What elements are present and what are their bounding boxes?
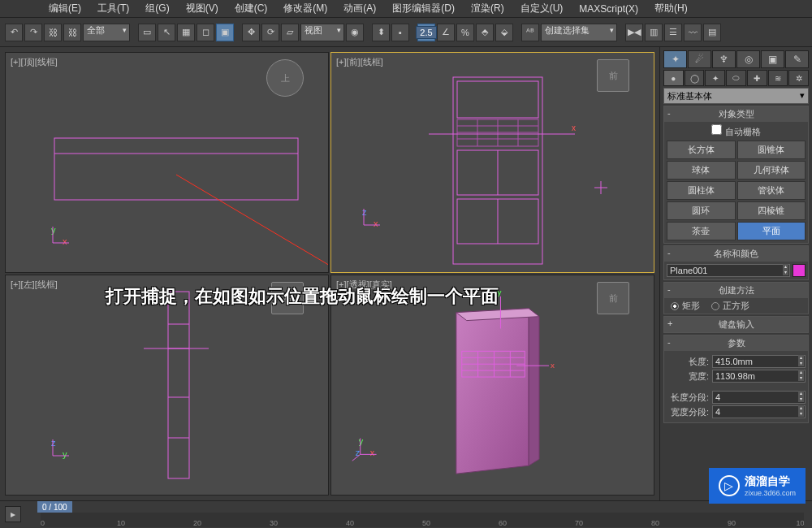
createmethod-header[interactable]: 创建方法 [719, 285, 754, 295]
move-icon[interactable]: ✥ [242, 24, 260, 41]
namecolor-header[interactable]: 名称和颜色 [714, 249, 758, 258]
modify-tab-icon[interactable]: ☄ [688, 50, 711, 68]
spinner-snap-icon[interactable]: ⬘ [476, 24, 494, 41]
pivot-icon[interactable]: ◉ [346, 24, 364, 41]
menu-anim[interactable]: 动画(A) [335, 2, 384, 15]
link-icon[interactable]: ⛓ [44, 24, 62, 41]
angle-snap-icon[interactable]: ∠ [437, 24, 455, 41]
menu-tools[interactable]: 工具(T) [89, 2, 137, 15]
cone-button[interactable]: 圆锥体 [737, 141, 806, 159]
keyboardinput-header[interactable]: 键盘输入 [719, 319, 754, 329]
systems-subtab-icon[interactable]: ✲ [788, 70, 809, 86]
cylinder-button[interactable]: 圆柱体 [667, 181, 736, 200]
motion-tab-icon[interactable]: ◎ [736, 50, 760, 68]
pyramid-button[interactable]: 四棱锥 [737, 201, 806, 220]
object-color-swatch[interactable] [793, 264, 806, 277]
torus-button[interactable]: 圆环 [667, 201, 736, 220]
object-name-field[interactable]: Plane001 [667, 264, 790, 277]
geometry-subtab-icon[interactable]: ● [663, 70, 684, 86]
objecttype-rollout: -对象类型 自动栅格 长方体 圆锥体 球体 几何球体 圆柱体 管状体 圆环 四棱… [663, 106, 809, 244]
category-dropdown[interactable]: 标准基本体 [663, 88, 809, 104]
autogrid-checkbox[interactable] [711, 124, 722, 135]
svg-text:z: z [362, 207, 367, 217]
sphere-button[interactable]: 球体 [667, 161, 736, 180]
lights-subtab-icon[interactable]: ✦ [705, 70, 725, 86]
schematic-icon[interactable]: ▤ [703, 24, 721, 41]
plane-button[interactable]: 平面 [737, 222, 806, 240]
menu-customize[interactable]: 自定义(U) [512, 2, 572, 15]
length-spinner[interactable]: 415.0mm [712, 355, 806, 368]
square-radio[interactable]: 正方形 [711, 300, 749, 312]
layers-icon[interactable]: ☰ [664, 24, 682, 41]
menu-modifiers[interactable]: 修改器(M) [275, 2, 335, 15]
cameras-subtab-icon[interactable]: ⬭ [726, 70, 746, 86]
lseg-spinner[interactable]: 4 [712, 391, 806, 404]
svg-line-2 [176, 175, 328, 272]
selection-filter-dropdown[interactable]: 全部 [83, 24, 130, 41]
redo-icon[interactable]: ↷ [24, 24, 42, 41]
width-spinner[interactable]: 1130.98m [712, 370, 806, 383]
scale-icon[interactable]: ▱ [281, 24, 299, 41]
window-crossing-icon[interactable]: ▣ [216, 24, 234, 41]
percent-snap-icon[interactable]: % [456, 24, 474, 41]
box-button[interactable]: 长方体 [667, 141, 736, 159]
keymode-icon[interactable]: ▪ [391, 24, 409, 41]
time-ruler[interactable]: 0 10 20 30 40 50 60 70 80 90 100 [41, 513, 804, 527]
spacewarps-subtab-icon[interactable]: ≋ [768, 70, 788, 86]
display-tab-icon[interactable]: ▣ [761, 50, 784, 68]
svg-text:z: z [51, 438, 56, 448]
viewport-front[interactable]: [+][前][线框] 前 x [330, 52, 654, 273]
viewport-perspective[interactable]: [+][透视][真实] 前 y x y x [330, 275, 654, 496]
align-icon[interactable]: ▥ [645, 24, 663, 41]
shapes-subtab-icon[interactable]: ◯ [685, 70, 705, 86]
mirror-icon[interactable]: ▶◀ [625, 24, 643, 41]
rotate-icon[interactable]: ⟳ [261, 24, 279, 41]
svg-text:y: y [359, 436, 364, 446]
viewport-container: [+][顶][线框] 上 y x [+][前][线框] 前 [0, 47, 659, 500]
unlink-icon[interactable]: ⛓ [63, 24, 81, 41]
svg-marker-39 [529, 309, 539, 466]
objecttype-header[interactable]: 对象类型 [719, 109, 754, 119]
select-region-icon[interactable]: ◻ [197, 24, 214, 41]
create-tab-icon[interactable]: ✦ [663, 50, 687, 68]
select-name-icon[interactable]: ▦ [177, 24, 195, 41]
parameters-rollout: -参数 长度:415.0mm 宽度:1130.98m 长度分段:4 宽度分段:4 [663, 335, 809, 423]
menu-group[interactable]: 组(G) [137, 2, 177, 15]
svg-text:x: x [374, 219, 378, 228]
hierarchy-tab-icon[interactable]: ♆ [712, 50, 736, 68]
menu-grapheditor[interactable]: 图形编辑器(D) [384, 2, 463, 15]
command-panel: ✦ ☄ ♆ ◎ ▣ ✎ ● ◯ ✦ ⬭ ✚ ≋ ✲ 标准基本体 -对象类型 自动… [659, 47, 812, 500]
top-wireframe: y x [6, 53, 328, 272]
tube-button[interactable]: 管状体 [737, 181, 806, 200]
named-selset-dropdown[interactable]: 创建选择集 [541, 24, 617, 41]
time-slider-area: ▸ 0 / 100 0 10 20 30 40 50 60 70 80 90 1… [0, 500, 812, 528]
wseg-spinner[interactable]: 4 [712, 405, 806, 418]
viewport-top[interactable]: [+][顶][线框] 上 y x [5, 52, 329, 273]
length-label: 长度: [667, 356, 709, 368]
menu-edit[interactable]: 编辑(E) [41, 2, 89, 15]
menu-render[interactable]: 渲染(R) [463, 2, 512, 15]
teapot-button[interactable]: 茶壶 [667, 222, 736, 240]
snap-toggle-icon[interactable]: 2.5 [417, 24, 435, 41]
menu-view[interactable]: 视图(V) [178, 2, 227, 15]
menu-help[interactable]: 帮助(H) [646, 2, 696, 15]
editnamed-icon[interactable]: ᴬᴮ [521, 24, 539, 41]
utilities-tab-icon[interactable]: ✎ [785, 50, 809, 68]
frame-indicator[interactable]: 0 / 100 [37, 501, 72, 513]
snap-icon[interactable]: ⬙ [495, 24, 513, 41]
curve-editor-icon[interactable]: 〰 [684, 24, 702, 41]
viewport-left[interactable]: [+][左][线框] 右 z y [5, 275, 329, 496]
select-arrow-icon[interactable]: ↖ [158, 24, 175, 41]
select-manip-icon[interactable]: ⬍ [372, 24, 390, 41]
menu-create[interactable]: 创建(C) [227, 2, 276, 15]
menu-maxscript[interactable]: MAXScript(X) [571, 3, 646, 15]
select-icon[interactable]: ▭ [138, 24, 156, 41]
helpers-subtab-icon[interactable]: ✚ [747, 70, 767, 86]
play-icon[interactable]: ▸ [5, 506, 21, 522]
rect-radio[interactable]: 矩形 [671, 300, 700, 312]
undo-icon[interactable]: ↶ [5, 24, 23, 41]
refcoord-dropdown[interactable]: 视图 [300, 24, 344, 41]
geosphere-button[interactable]: 几何球体 [737, 161, 806, 180]
parameters-header[interactable]: 参数 [728, 338, 745, 348]
svg-text:y: y [51, 225, 56, 235]
